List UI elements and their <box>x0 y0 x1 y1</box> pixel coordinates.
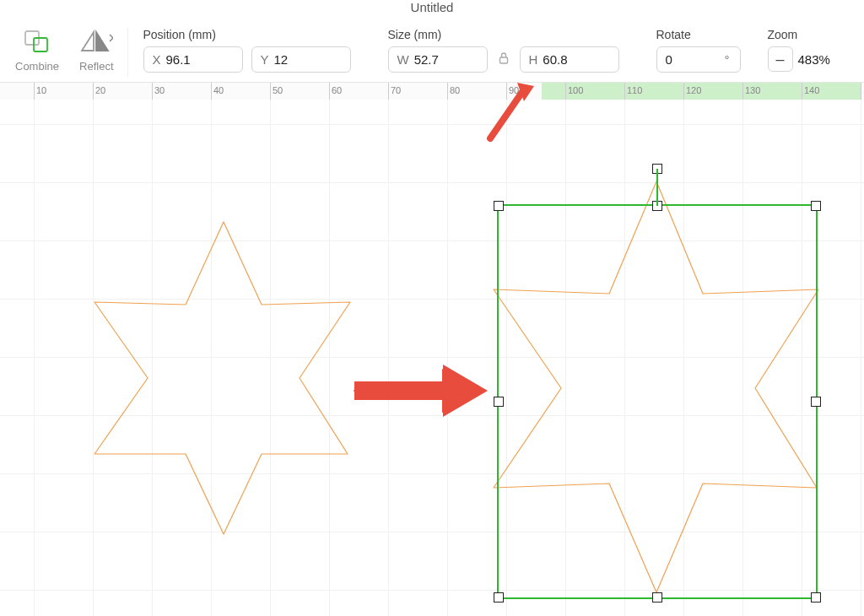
rotate-unit: ° <box>725 52 730 67</box>
annotation-lock-arrow-icon <box>485 79 536 143</box>
ruler-tick-label: 40 <box>213 85 224 95</box>
size-w-input[interactable]: W 52.7 <box>388 46 488 73</box>
horizontal-ruler[interactable]: 102030405060708090100110120130140150 <box>0 83 864 101</box>
ruler-tick-label: 50 <box>273 85 283 95</box>
combine-label: Combine <box>15 60 59 73</box>
ruler-tick-label: 120 <box>686 85 701 95</box>
ruler-tick-label: 10 <box>36 85 46 95</box>
prefix-w: W <box>397 52 409 67</box>
size-w-value: 52.7 <box>414 52 439 67</box>
lock-aspect-icon[interactable] <box>496 51 511 68</box>
position-y-value: 12 <box>274 52 289 67</box>
rotate-group: Rotate 0 ° <box>626 28 748 73</box>
star-shape-left[interactable] <box>94 222 350 534</box>
handle-ne[interactable] <box>811 201 821 211</box>
ruler-tick-label: 140 <box>804 85 819 95</box>
ruler-tick-label: 70 <box>391 85 401 95</box>
prefix-h: H <box>529 52 538 67</box>
prefix-y: Y <box>261 52 269 67</box>
selection-box[interactable] <box>497 204 818 599</box>
rotate-label: Rotate <box>656 28 691 41</box>
separator <box>127 28 128 77</box>
combine-tool[interactable]: Combine <box>5 28 69 73</box>
ruler-tick-label: 110 <box>627 85 642 95</box>
svg-line-6 <box>490 89 524 138</box>
ruler-tick-label: 60 <box>332 85 342 95</box>
zoom-value: 483% <box>798 52 830 67</box>
window-title: Untitled <box>0 0 864 21</box>
size-h-value: 60.8 <box>543 52 567 67</box>
toolbar: Combine Reflect Position (mm) X 96.1 Y 1… <box>0 21 864 83</box>
svg-marker-5 <box>443 365 488 417</box>
reflect-label: Reflect <box>79 60 113 73</box>
position-label: Position (mm) <box>143 28 216 41</box>
size-group: Size (mm) W 52.7 H 60.8 <box>358 28 626 73</box>
handle-w[interactable] <box>494 397 504 407</box>
annotation-arrow-icon <box>350 353 489 429</box>
combine-icon <box>23 28 51 57</box>
handle-nw[interactable] <box>494 201 504 211</box>
position-x-value: 96.1 <box>166 52 191 67</box>
size-label: Size (mm) <box>388 28 442 41</box>
ruler-tick-label: 130 <box>745 85 760 95</box>
rotate-input[interactable]: 0 ° <box>656 46 741 73</box>
reflect-icon <box>79 28 113 57</box>
handle-sw[interactable] <box>494 592 504 602</box>
prefix-x: X <box>153 52 161 67</box>
svg-rect-2 <box>500 57 507 63</box>
ruler-tick-label: 30 <box>154 85 165 95</box>
ruler-tick-label: 100 <box>568 85 583 95</box>
position-x-input[interactable]: X 96.1 <box>143 46 243 73</box>
handle-s[interactable] <box>652 592 662 602</box>
reflect-tool[interactable]: Reflect <box>69 28 123 73</box>
size-h-input[interactable]: H 60.8 <box>520 46 619 73</box>
rotate-value: 0 <box>666 52 672 67</box>
ruler-tick-label: 20 <box>95 85 105 95</box>
handle-e[interactable] <box>811 397 821 407</box>
zoom-out-button[interactable]: – <box>768 46 793 72</box>
ruler-tick-label: 80 <box>450 85 460 95</box>
canvas[interactable] <box>0 100 864 616</box>
zoom-label: Zoom <box>768 28 798 41</box>
position-group: Position (mm) X 96.1 Y 12 <box>132 28 358 73</box>
handle-se[interactable] <box>811 592 821 602</box>
svg-rect-4 <box>354 381 447 400</box>
zoom-group: Zoom – 483% <box>748 28 830 72</box>
position-y-input[interactable]: Y 12 <box>251 46 351 73</box>
